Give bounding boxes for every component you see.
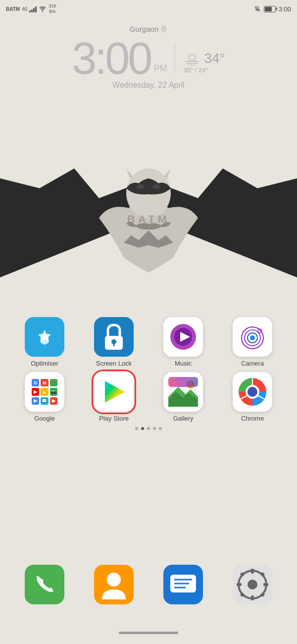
screenlock-icon [94, 317, 134, 357]
svg-point-23 [250, 335, 255, 340]
weather-section: 34° 35° / 24° [183, 51, 225, 74]
wifi-icon [39, 5, 47, 12]
clock-divider [175, 44, 175, 74]
optimiser-icon [25, 317, 64, 357]
weather-icon [183, 52, 201, 65]
svg-rect-52 [263, 583, 268, 586]
date-display: Wednesday, 22 April [0, 81, 297, 90]
music-icon [163, 317, 203, 357]
svg-point-18 [180, 334, 186, 340]
gallery-label: Gallery [173, 415, 193, 422]
app-screenlock[interactable]: Screen Lock [87, 317, 141, 367]
clock-period: PM [153, 63, 167, 74]
svg-rect-50 [251, 595, 254, 600]
clock-section: Gurgaon 3:00 PM 34° 35° / 24° Wednesday,… [0, 25, 297, 90]
carrier-label: BATM [6, 6, 20, 12]
dock-contacts[interactable] [87, 565, 141, 604]
page-dots [10, 427, 287, 430]
svg-point-8 [137, 184, 145, 189]
chrome-label: Chrome [241, 415, 264, 422]
status-left: BATM 46 318B/s [6, 3, 56, 14]
status-right: 3:00 [254, 5, 291, 13]
app-grid: Optimiser Screen Lock [0, 317, 297, 438]
dot-1 [135, 427, 138, 430]
svg-point-3 [189, 54, 196, 61]
google-label: Google [34, 415, 55, 422]
weather-temp: 34° [204, 51, 225, 66]
chrome-icon [233, 372, 272, 412]
clock-time: 3:00 [72, 36, 150, 81]
app-row-2: G M 📍 ▶ ▲ 📷 ▶ 💬 ▶ Google [10, 372, 287, 422]
camera-label: Camera [241, 360, 264, 367]
batman-text: BATM [127, 213, 170, 226]
svg-rect-51 [237, 583, 242, 586]
dock-messages[interactable] [156, 565, 210, 604]
batman-wallpaper: BATM [0, 139, 297, 317]
svg-point-48 [248, 580, 257, 590]
screenlock-label: Screen Lock [96, 360, 132, 367]
camera-icon [233, 317, 272, 357]
weather-row: 34° [183, 51, 225, 66]
signal-4g: 46 [22, 6, 27, 12]
app-row-1: Optimiser Screen Lock [10, 317, 287, 367]
dot-5 [159, 427, 162, 430]
google-grid-icon: G M 📍 ▶ ▲ 📷 ▶ 💬 ▶ [31, 378, 58, 406]
music-label: Music [175, 360, 192, 367]
status-bar: BATM 46 318B/s 3:00 [0, 0, 297, 18]
dot-2 [141, 427, 144, 430]
gallery-icon [163, 372, 203, 412]
dock-settings[interactable] [225, 565, 280, 604]
dot-4 [153, 427, 156, 430]
app-camera[interactable]: Camera [225, 317, 280, 367]
app-gallery[interactable]: Gallery [156, 372, 210, 422]
mute-icon [254, 5, 261, 12]
svg-point-9 [152, 184, 160, 189]
svg-rect-49 [251, 569, 254, 574]
playstore-icon [94, 372, 134, 412]
svg-point-0 [42, 11, 43, 12]
dock-phone[interactable] [17, 565, 72, 604]
app-google[interactable]: G M 📍 ▶ ▲ 📷 ▶ 💬 ▶ Google [17, 372, 72, 422]
svg-rect-30 [168, 377, 198, 387]
app-music[interactable]: Music [156, 317, 210, 367]
google-icon: G M 📍 ▶ ▲ 📷 ▶ 💬 ▶ [25, 372, 64, 412]
svg-point-34 [248, 387, 257, 397]
contacts-icon [94, 565, 134, 604]
optimiser-label: Optimiser [31, 360, 58, 367]
dock [0, 565, 297, 604]
app-optimiser[interactable]: Optimiser [17, 317, 72, 367]
battery-icon [264, 6, 276, 12]
home-bar[interactable] [119, 632, 178, 634]
svg-point-2 [163, 28, 165, 29]
app-chrome[interactable]: Chrome [225, 372, 280, 422]
location-icon [160, 26, 167, 33]
dot-3 [147, 427, 150, 430]
data-speed: 318B/s [49, 3, 56, 14]
phone-icon [25, 565, 64, 604]
time-display: 3:00 [279, 5, 291, 13]
svg-point-40 [107, 573, 121, 587]
playstore-label: Play Store [99, 415, 129, 422]
signal-bars [29, 5, 37, 12]
clock-row: 3:00 PM 34° 35° / 24° [0, 36, 297, 81]
messages-icon [163, 565, 203, 604]
location-text: Gurgaon [130, 25, 158, 33]
svg-rect-38 [25, 565, 64, 604]
weather-range: 35° / 24° [183, 66, 208, 74]
settings-icon [233, 565, 272, 604]
location-row: Gurgaon [0, 25, 297, 33]
app-playstore[interactable]: Play Store [87, 372, 141, 422]
